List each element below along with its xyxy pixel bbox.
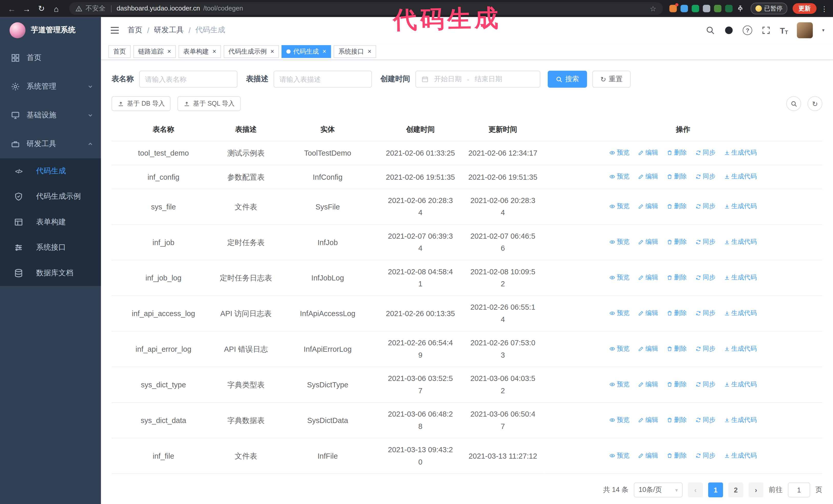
preview-link[interactable]: 预览 bbox=[609, 307, 629, 319]
fullscreen-icon[interactable] bbox=[761, 25, 771, 35]
next-page-button[interactable]: › bbox=[748, 482, 763, 497]
edit-link[interactable]: 编辑 bbox=[638, 450, 658, 462]
sync-link[interactable]: 同步 bbox=[695, 378, 715, 391]
user-avatar[interactable] bbox=[797, 22, 813, 38]
tab-home[interactable]: 首页 bbox=[109, 45, 131, 58]
extension-icon[interactable] bbox=[680, 5, 688, 12]
browser-menu-icon[interactable]: ⋮ bbox=[821, 5, 828, 13]
generate-code-link[interactable]: 生成代码 bbox=[724, 307, 757, 319]
delete-link[interactable]: 删除 bbox=[667, 414, 687, 426]
generate-code-link[interactable]: 生成代码 bbox=[724, 414, 757, 426]
generate-code-link[interactable]: 生成代码 bbox=[724, 450, 757, 462]
generate-code-link[interactable]: 生成代码 bbox=[724, 271, 757, 284]
tab-codegen[interactable]: 代码生成× bbox=[282, 45, 331, 58]
tab-close-icon[interactable]: × bbox=[270, 48, 274, 55]
sidebar-item-system-api[interactable]: 系统接口 bbox=[0, 235, 101, 260]
chevron-down-icon[interactable]: ▾ bbox=[822, 28, 824, 33]
page-button-1[interactable]: 1 bbox=[708, 482, 723, 497]
paused-badge[interactable]: 已暂停 bbox=[751, 3, 787, 14]
sync-link[interactable]: 同步 bbox=[695, 450, 715, 462]
extension-icon[interactable] bbox=[714, 5, 721, 12]
sync-link[interactable]: 同步 bbox=[695, 200, 715, 213]
search-icon[interactable] bbox=[706, 25, 715, 35]
import-sql-button[interactable]: 基于 SQL 导入 bbox=[177, 96, 240, 111]
sync-link[interactable]: 同步 bbox=[695, 170, 715, 183]
tab-close-icon[interactable]: × bbox=[323, 48, 326, 55]
generate-code-link[interactable]: 生成代码 bbox=[724, 378, 757, 391]
delete-link[interactable]: 删除 bbox=[667, 200, 687, 213]
extensions-pin-icon[interactable] bbox=[736, 5, 744, 13]
preview-link[interactable]: 预览 bbox=[609, 200, 629, 213]
import-db-button[interactable]: 基于 DB 导入 bbox=[112, 96, 171, 111]
extension-icon[interactable] bbox=[725, 5, 732, 12]
delete-link[interactable]: 删除 bbox=[667, 147, 687, 159]
address-bar[interactable]: 不安全 dashboard.yudao.iocoder.cn/tool/code… bbox=[69, 2, 663, 15]
sidebar-item-db-docs[interactable]: 数据库文档 bbox=[0, 261, 101, 286]
edit-link[interactable]: 编辑 bbox=[638, 378, 658, 391]
breadcrumb-home[interactable]: 首页 bbox=[127, 25, 142, 35]
preview-link[interactable]: 预览 bbox=[609, 414, 629, 426]
edit-link[interactable]: 编辑 bbox=[638, 307, 658, 319]
tab-codegen-example[interactable]: 代码生成示例× bbox=[224, 45, 279, 58]
sync-link[interactable]: 同步 bbox=[695, 343, 715, 355]
preview-link[interactable]: 预览 bbox=[609, 343, 629, 355]
github-icon[interactable] bbox=[724, 25, 734, 35]
breadcrumb-devtools[interactable]: 研发工具 bbox=[154, 25, 184, 35]
search-button[interactable]: 搜索 bbox=[548, 71, 587, 88]
page-size-select[interactable]: 10条/页 ▾ bbox=[634, 482, 683, 497]
generate-code-link[interactable]: 生成代码 bbox=[724, 170, 757, 183]
browser-home-icon[interactable]: ⌂ bbox=[50, 2, 63, 15]
generate-code-link[interactable]: 生成代码 bbox=[724, 147, 757, 159]
sidebar-item-dev-tools[interactable]: 研发工具 bbox=[0, 130, 101, 159]
extension-icon[interactable] bbox=[703, 5, 710, 12]
edit-link[interactable]: 编辑 bbox=[638, 200, 658, 213]
preview-link[interactable]: 预览 bbox=[609, 170, 629, 183]
browser-reload-icon[interactable]: ↻ bbox=[35, 2, 48, 15]
delete-link[interactable]: 删除 bbox=[667, 271, 687, 284]
toggle-search-button[interactable] bbox=[786, 96, 801, 111]
table-desc-input[interactable] bbox=[273, 71, 372, 88]
preview-link[interactable]: 预览 bbox=[609, 236, 629, 248]
edit-link[interactable]: 编辑 bbox=[638, 236, 658, 248]
date-range-picker[interactable]: 开始日期 - 结束日期 bbox=[415, 71, 540, 88]
delete-link[interactable]: 删除 bbox=[667, 236, 687, 248]
sync-link[interactable]: 同步 bbox=[695, 307, 715, 319]
sync-link[interactable]: 同步 bbox=[695, 147, 715, 159]
delete-link[interactable]: 删除 bbox=[667, 343, 687, 355]
edit-link[interactable]: 编辑 bbox=[638, 343, 658, 355]
browser-update-button[interactable]: 更新 bbox=[792, 3, 816, 14]
tab-tracing[interactable]: 链路追踪× bbox=[133, 45, 176, 58]
extension-icon[interactable] bbox=[691, 5, 699, 12]
tab-close-icon[interactable]: × bbox=[213, 48, 216, 55]
prev-page-button[interactable]: ‹ bbox=[688, 482, 703, 497]
extension-icon[interactable] bbox=[669, 5, 677, 12]
tab-close-icon[interactable]: × bbox=[367, 48, 372, 55]
delete-link[interactable]: 删除 bbox=[667, 450, 687, 462]
refresh-table-button[interactable]: ↻ bbox=[808, 96, 823, 111]
preview-link[interactable]: 预览 bbox=[609, 271, 629, 284]
sidebar-item-infrastructure[interactable]: 基础设施 bbox=[0, 101, 101, 130]
sync-link[interactable]: 同步 bbox=[695, 414, 715, 426]
help-icon[interactable]: ? bbox=[743, 25, 752, 35]
preview-link[interactable]: 预览 bbox=[609, 147, 629, 159]
generate-code-link[interactable]: 生成代码 bbox=[724, 343, 757, 355]
goto-page-input[interactable] bbox=[788, 482, 810, 497]
preview-link[interactable]: 预览 bbox=[609, 378, 629, 391]
edit-link[interactable]: 编辑 bbox=[638, 271, 658, 284]
reset-button[interactable]: ↻ 重置 bbox=[592, 71, 630, 88]
table-name-input[interactable] bbox=[139, 71, 237, 88]
generate-code-link[interactable]: 生成代码 bbox=[724, 200, 757, 213]
tab-close-icon[interactable]: × bbox=[167, 48, 171, 55]
font-size-icon[interactable]: TT bbox=[780, 26, 788, 35]
page-button-2[interactable]: 2 bbox=[729, 482, 743, 497]
generate-code-link[interactable]: 生成代码 bbox=[724, 236, 757, 248]
sidebar-item-codegen-example[interactable]: 代码生成示例 bbox=[0, 184, 101, 209]
edit-link[interactable]: 编辑 bbox=[638, 414, 658, 426]
delete-link[interactable]: 删除 bbox=[667, 307, 687, 319]
browser-back-icon[interactable]: ← bbox=[5, 2, 18, 15]
preview-link[interactable]: 预览 bbox=[609, 450, 629, 462]
sidebar-item-codegen[interactable]: </> 代码生成 bbox=[0, 159, 101, 184]
delete-link[interactable]: 删除 bbox=[667, 170, 687, 183]
app-logo[interactable]: 芋道管理系统 bbox=[0, 17, 101, 44]
collapse-sidebar-icon[interactable] bbox=[110, 25, 120, 35]
